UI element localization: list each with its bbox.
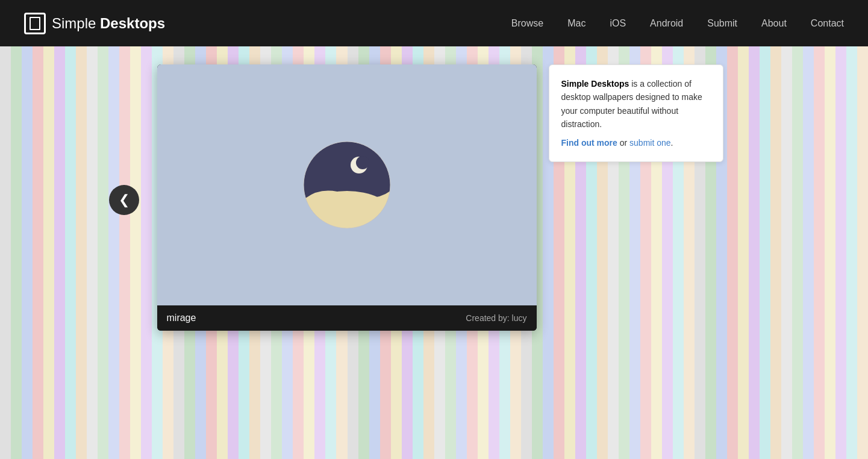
nav-item-contact[interactable]: Contact [811,18,844,29]
nav-item-mac[interactable]: Mac [567,18,585,29]
wallpaper-image [157,64,537,305]
info-links-line: Find out more or submit one. [561,136,711,149]
find-out-more-label: Find out more [561,138,620,148]
logo-simple: Simple [52,15,96,31]
find-out-more-link[interactable]: Find out more [561,138,617,148]
stripe [803,46,814,459]
wallpaper-credit: Created by: lucy [466,313,526,323]
stripe [738,46,749,459]
nav-link-browse[interactable]: Browse [511,18,543,28]
credit-label: Created by: [466,313,509,323]
stripe [781,46,792,459]
info-box: Simple Desktops is a collection of deskt… [549,64,723,162]
svg-point-4 [356,156,369,169]
wallpaper-artwork [302,140,392,230]
stripe [846,46,857,459]
wallpaper-card: mirage Created by: lucy [157,64,537,331]
submit-one-link[interactable]: submit one [629,138,670,148]
main-content: ❮ [145,64,723,331]
logo-icon-inner [30,17,40,30]
stripe [825,46,835,459]
stripe [760,46,770,459]
stripe [857,46,868,459]
stripe [727,46,738,459]
or-text: or [620,138,629,148]
prev-button[interactable]: ❮ [109,185,139,215]
stripe [22,46,33,459]
stripe [87,46,98,459]
page-background: ❮ [0,46,868,459]
nav-item-browse[interactable]: Browse [511,18,543,29]
wallpaper-footer: mirage Created by: lucy [157,305,537,331]
stripe [43,46,54,459]
info-description: Simple Desktops is a collection of deskt… [561,77,711,131]
nav-item-android[interactable]: Android [650,18,683,29]
stripe [33,46,43,459]
site-title: Simple Desktops [52,15,165,32]
navbar: Simple Desktops Browse Mac iOS Android S… [0,0,868,46]
nav-link-android[interactable]: Android [650,18,683,28]
stripe [770,46,781,459]
stripe [119,46,130,459]
stripe [749,46,760,459]
nav-link-about[interactable]: About [761,18,787,28]
logo-area: Simple Desktops [24,13,165,34]
period: . [671,138,673,148]
stripe [65,46,76,459]
nav-link-submit[interactable]: Submit [707,18,737,28]
stripe [108,46,119,459]
nav-link-contact[interactable]: Contact [811,18,844,28]
nav-link-ios[interactable]: iOS [610,18,626,28]
nav-links: Browse Mac iOS Android Submit About Cont… [511,18,844,29]
stripe [54,46,65,459]
chevron-left-icon: ❮ [119,193,130,207]
stripe [835,46,846,459]
stripe [11,46,22,459]
stripe [130,46,141,459]
wallpaper-title: mirage [167,313,196,323]
stripe [814,46,825,459]
info-brand-name: Simple Desktops [561,79,629,89]
logo-icon [24,13,46,34]
stripe [792,46,803,459]
nav-item-submit[interactable]: Submit [707,18,737,29]
nav-item-about[interactable]: About [761,18,787,29]
stripe [98,46,108,459]
logo-desktops: Desktops [100,15,165,31]
nav-item-ios[interactable]: iOS [610,18,626,29]
stripe [76,46,87,459]
credit-author: lucy [512,313,527,323]
nav-link-mac[interactable]: Mac [567,18,585,28]
stripe [0,46,11,459]
